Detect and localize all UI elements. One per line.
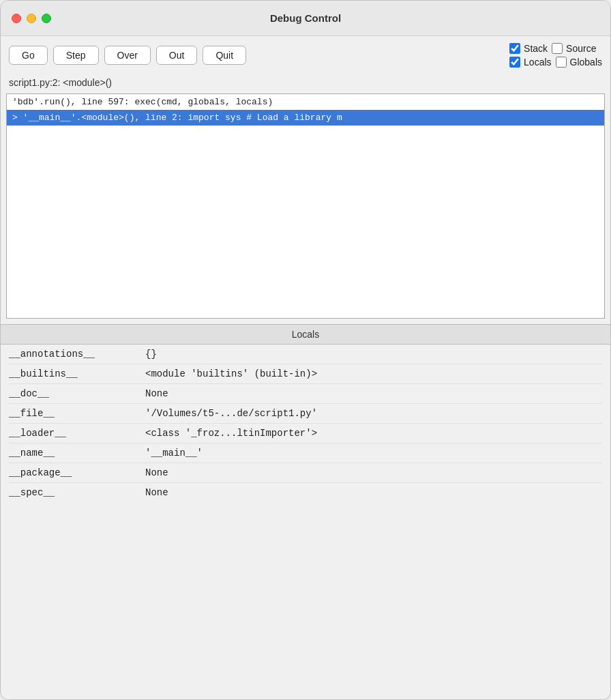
go-button[interactable]: Go [9, 46, 48, 65]
window-title: Debug Control [270, 12, 341, 24]
title-bar: Debug Control [1, 1, 610, 36]
locals-value-7: None [145, 487, 602, 498]
locals-row-2: __doc__ None [9, 384, 602, 404]
stack-label: Stack [524, 43, 548, 54]
locals-key-0: __annotations__ [9, 349, 145, 360]
locals-row-4: __loader__ <class '_froz...ltinImporter'… [9, 424, 602, 443]
locals-value-5: '__main__' [145, 448, 602, 458]
source-label: Source [566, 43, 596, 54]
main-window: Debug Control Go Step Over Out Quit Stac… [0, 0, 611, 700]
locals-row-1: __builtins__ <module 'builtins' (built-i… [9, 364, 602, 384]
locals-row-6: __package__ None [9, 463, 602, 483]
locals-checkbox[interactable] [509, 57, 520, 68]
checkboxes-area: Stack Source Locals Globals [509, 43, 602, 68]
out-button[interactable]: Out [156, 46, 198, 65]
locals-value-3: '/Volumes/t5-...de/script1.py' [145, 408, 602, 419]
over-button[interactable]: Over [104, 46, 151, 65]
locals-row-0: __annotations__ {} [9, 345, 602, 364]
locals-table[interactable]: __annotations__ {} __builtins__ <module … [1, 345, 610, 699]
locals-value-4: <class '_froz...ltinImporter'> [145, 428, 602, 439]
status-bar: script1.py:2: <module>() [1, 74, 610, 93]
close-button[interactable] [12, 14, 21, 23]
debug-buttons: Go Step Over Out Quit [9, 46, 246, 65]
globals-checkbox-label[interactable]: Globals [556, 57, 602, 68]
locals-key-4: __loader__ [9, 428, 145, 439]
locals-value-2: None [145, 388, 602, 399]
stack-panel[interactable]: 'bdb'.run(), line 597: exec(cmd, globals… [6, 93, 605, 319]
locals-checkbox-label[interactable]: Locals [509, 57, 551, 68]
step-button[interactable]: Step [53, 46, 99, 65]
locals-key-5: __name__ [9, 448, 145, 458]
locals-row-3: __file__ '/Volumes/t5-...de/script1.py' [9, 404, 602, 424]
locals-key-2: __doc__ [9, 388, 145, 399]
locals-key-7: __spec__ [9, 487, 145, 498]
checkbox-row-2: Locals Globals [509, 57, 602, 68]
quit-button[interactable]: Quit [203, 46, 246, 65]
locals-row-5: __name__ '__main__' [9, 443, 602, 463]
locals-section-label: Locals [1, 324, 610, 345]
locals-label-text: Locals [524, 57, 551, 68]
globals-label: Globals [570, 57, 602, 68]
checkbox-row-1: Stack Source [509, 43, 602, 54]
source-checkbox-label[interactable]: Source [552, 43, 596, 54]
stack-checkbox[interactable] [509, 43, 520, 54]
minimize-button[interactable] [27, 14, 36, 23]
status-text: script1.py:2: <module>() [9, 77, 112, 88]
stack-item-0[interactable]: 'bdb'.run(), line 597: exec(cmd, globals… [7, 94, 604, 110]
locals-key-3: __file__ [9, 408, 145, 419]
locals-value-0: {} [145, 349, 602, 360]
stack-checkbox-label[interactable]: Stack [509, 43, 548, 54]
locals-value-6: None [145, 467, 602, 478]
locals-key-6: __package__ [9, 467, 145, 478]
locals-key-1: __builtins__ [9, 368, 145, 379]
source-checkbox[interactable] [552, 43, 563, 54]
locals-row-7: __spec__ None [9, 483, 602, 502]
traffic-lights [12, 14, 51, 23]
globals-checkbox[interactable] [556, 57, 567, 68]
locals-value-1: <module 'builtins' (built-in)> [145, 368, 602, 379]
stack-item-1[interactable]: > '__main__'.<module>(), line 2: import … [7, 110, 604, 126]
maximize-button[interactable] [42, 14, 51, 23]
toolbar: Go Step Over Out Quit Stack Source L [1, 36, 610, 74]
